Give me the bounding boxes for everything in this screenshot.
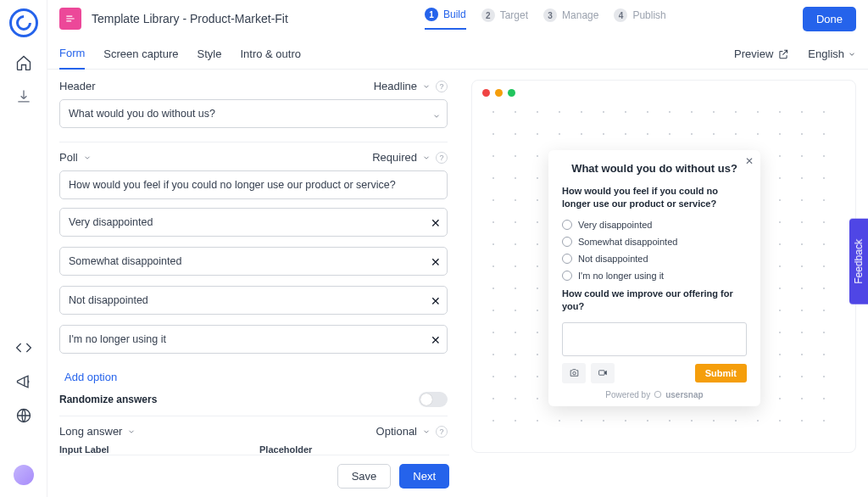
window-traffic-lights bbox=[482, 89, 515, 97]
widget-textarea[interactable] bbox=[562, 322, 747, 356]
tab-screen-capture[interactable]: Screen capture bbox=[103, 47, 178, 69]
page-title: Template Library - Product-Market-Fit bbox=[92, 12, 288, 25]
section-poll-title: Poll bbox=[59, 151, 78, 164]
step-manage[interactable]: 3Manage bbox=[543, 8, 598, 30]
svg-point-3 bbox=[654, 391, 661, 398]
poll-option-input[interactable] bbox=[59, 325, 448, 354]
help-icon[interactable]: ? bbox=[436, 426, 448, 438]
chevron-down-icon[interactable] bbox=[422, 82, 431, 91]
preview-link[interactable]: Preview bbox=[734, 47, 789, 69]
section-header: Header Headline ? bbox=[59, 80, 448, 142]
tab-intro-outro[interactable]: Intro & outro bbox=[240, 47, 301, 69]
header-type-label[interactable]: Headline bbox=[374, 80, 417, 92]
language-select[interactable]: English bbox=[808, 47, 856, 69]
form-builder-panel: Header Headline ? bbox=[59, 80, 449, 497]
brand-logo[interactable] bbox=[9, 8, 38, 37]
randomize-toggle[interactable] bbox=[419, 392, 448, 407]
powered-by: Powered by usersnap bbox=[562, 390, 747, 399]
widget-improve-question: How could we improve our offering for yo… bbox=[562, 288, 747, 314]
chevron-down-icon[interactable] bbox=[432, 112, 441, 120]
video-icon-button[interactable] bbox=[591, 363, 615, 383]
radio-option[interactable]: Very disappointed bbox=[562, 220, 747, 230]
poll-option-input[interactable] bbox=[59, 208, 448, 237]
remove-option-icon[interactable]: ✕ bbox=[431, 294, 441, 308]
widget-question: How would you feel if you could no longe… bbox=[562, 185, 747, 211]
section-long-answer-title: Long answer bbox=[59, 425, 122, 438]
camera-icon-button[interactable] bbox=[562, 363, 586, 383]
tab-style[interactable]: Style bbox=[198, 47, 222, 69]
poll-option-input[interactable] bbox=[59, 286, 448, 315]
section-long-answer: Long answer Optional ? Input Label bbox=[59, 416, 448, 455]
topbar: Template Library - Product-Market-Fit 1B… bbox=[47, 0, 868, 37]
home-icon[interactable] bbox=[15, 54, 32, 71]
external-link-icon bbox=[777, 48, 789, 60]
submit-button[interactable]: Submit bbox=[695, 364, 747, 383]
radio-icon bbox=[562, 254, 572, 264]
code-icon[interactable] bbox=[15, 339, 32, 356]
radio-option[interactable]: Not disappointed bbox=[562, 254, 747, 264]
remove-option-icon[interactable]: ✕ bbox=[431, 216, 441, 230]
content-area: Header Headline ? bbox=[47, 70, 868, 497]
template-badge-icon bbox=[59, 8, 81, 30]
poll-option-row: ✕ bbox=[59, 325, 448, 359]
radio-icon bbox=[562, 220, 572, 230]
wizard-steps: 1Build 2Target 3Manage 4Publish bbox=[425, 8, 666, 30]
builder-footer: Save Next bbox=[59, 455, 449, 497]
avatar[interactable] bbox=[14, 465, 34, 485]
remove-option-icon[interactable]: ✕ bbox=[431, 255, 441, 269]
usersnap-logo-icon bbox=[654, 390, 662, 399]
input-label-heading: Input Label bbox=[59, 444, 248, 455]
header-input[interactable] bbox=[59, 99, 448, 128]
chevron-down-icon[interactable] bbox=[127, 427, 136, 436]
traffic-light-red bbox=[482, 89, 490, 97]
tabs-row: Form Screen capture Style Intro & outro … bbox=[47, 37, 868, 70]
remove-option-icon[interactable]: ✕ bbox=[431, 333, 441, 347]
radio-option[interactable]: I'm no longer using it bbox=[562, 271, 747, 281]
chevron-down-icon bbox=[848, 50, 856, 59]
next-button[interactable]: Next bbox=[399, 464, 449, 489]
svg-point-1 bbox=[572, 371, 575, 374]
globe-icon[interactable] bbox=[15, 407, 32, 424]
poll-option-row: ✕ bbox=[59, 286, 448, 320]
chevron-down-icon[interactable] bbox=[422, 154, 431, 162]
widget-title: What would you do without us? bbox=[562, 162, 747, 175]
step-target[interactable]: 2Target bbox=[481, 8, 528, 30]
done-button[interactable]: Done bbox=[803, 7, 856, 31]
help-icon[interactable]: ? bbox=[436, 152, 448, 164]
poll-option-row: ✕ bbox=[59, 208, 448, 242]
poll-option-input[interactable] bbox=[59, 247, 448, 276]
chevron-down-icon[interactable] bbox=[83, 154, 92, 162]
step-publish[interactable]: 4Publish bbox=[614, 8, 665, 30]
poll-option-row: ✕ bbox=[59, 247, 448, 281]
save-button[interactable]: Save bbox=[337, 464, 392, 489]
traffic-light-yellow bbox=[495, 89, 503, 97]
poll-question-input[interactable] bbox=[59, 170, 448, 199]
step-build[interactable]: 1Build bbox=[425, 8, 466, 30]
sidebar bbox=[0, 0, 47, 497]
radio-icon bbox=[562, 271, 572, 281]
long-answer-optional-label[interactable]: Optional bbox=[376, 425, 417, 438]
tab-form[interactable]: Form bbox=[59, 47, 85, 70]
radio-option[interactable]: Somewhat disappointed bbox=[562, 237, 747, 247]
megaphone-icon[interactable] bbox=[15, 373, 32, 390]
randomize-label: Randomize answers bbox=[59, 394, 157, 405]
section-poll: Poll Required ? ✕ bbox=[59, 142, 448, 416]
preview-pane: ✕ What would you do without us? How woul… bbox=[471, 80, 856, 453]
survey-widget: ✕ What would you do without us? How woul… bbox=[548, 150, 760, 406]
svg-rect-2 bbox=[598, 371, 604, 375]
traffic-light-green bbox=[508, 89, 515, 97]
chevron-down-icon[interactable] bbox=[422, 427, 431, 436]
radio-icon bbox=[562, 237, 572, 247]
poll-required-label[interactable]: Required bbox=[372, 151, 417, 164]
close-icon[interactable]: ✕ bbox=[745, 155, 754, 167]
section-header-title: Header bbox=[59, 80, 96, 92]
feedback-tab[interactable]: Feedback bbox=[849, 219, 868, 304]
download-icon[interactable] bbox=[15, 88, 32, 105]
placeholder-heading: Placeholder bbox=[259, 444, 448, 455]
add-option-link[interactable]: Add option bbox=[64, 371, 117, 383]
help-icon[interactable]: ? bbox=[436, 81, 448, 92]
